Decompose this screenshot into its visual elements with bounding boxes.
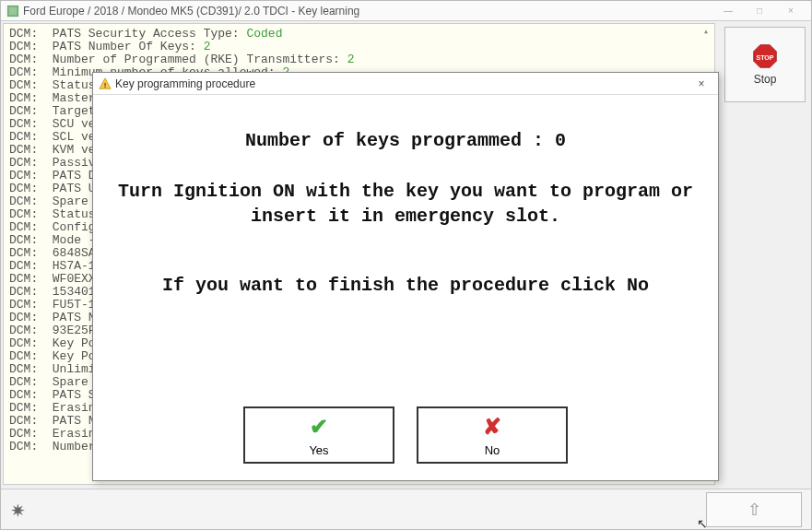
scroll-up-icon[interactable]: ▴	[700, 26, 712, 39]
dialog-button-row: ✔ Yes ✘ No	[93, 406, 718, 480]
yes-button[interactable]: ✔ Yes	[243, 406, 394, 464]
key-programming-dialog: ! Key programming procedure × Number of …	[92, 72, 719, 481]
side-panel: STOP Stop	[719, 21, 811, 487]
log-label: DCM: PATS Number Of Keys:	[9, 40, 204, 53]
log-line: DCM: PATS Number Of Keys: 2	[9, 41, 709, 53]
status-bar: ⇧	[1, 489, 811, 529]
dialog-message-keys: Number of keys programmed : 0	[112, 130, 700, 151]
svg-text:STOP: STOP	[757, 54, 774, 61]
spinner-icon	[10, 500, 30, 520]
dialog-title: Key programming procedure	[115, 77, 255, 90]
svg-text:!: !	[104, 80, 107, 88]
log-line: DCM: PATS Security Access Type: Coded	[9, 28, 709, 41]
minimize-button[interactable]: —	[713, 3, 743, 19]
arrow-up-icon: ⇧	[747, 500, 761, 520]
svg-rect-1	[9, 6, 18, 15]
x-icon: ✘	[483, 414, 501, 440]
log-label: DCM: PATS Security Access Type:	[9, 27, 246, 41]
dialog-close-button[interactable]: ×	[690, 76, 712, 92]
no-button[interactable]: ✘ No	[417, 406, 568, 464]
title-bar: Ford Europe / 2018 / Mondeo MK5 (CD391)/…	[1, 1, 811, 21]
dialog-body: Number of keys programmed : 0 Turn Ignit…	[93, 95, 718, 406]
maximize-button[interactable]: □	[745, 3, 774, 19]
no-label: No	[485, 443, 500, 457]
app-icon	[6, 5, 19, 18]
check-icon: ✔	[310, 414, 328, 440]
warning-icon: !	[99, 77, 112, 90]
log-value: 2	[204, 40, 211, 53]
stop-sign-icon: STOP	[752, 43, 778, 69]
window-title: Ford Europe / 2018 / Mondeo MK5 (CD391)/…	[23, 5, 359, 18]
stop-label: Stop	[754, 73, 777, 86]
log-line: DCM: Number of Programmed (RKE) Transmit…	[9, 53, 709, 66]
dialog-title-bar: ! Key programming procedure ×	[93, 73, 718, 95]
dialog-message-instruction: Turn Ignition ON with the key you want t…	[112, 179, 700, 229]
up-button[interactable]: ⇧	[706, 492, 802, 527]
stop-button[interactable]: STOP Stop	[724, 27, 806, 102]
close-button[interactable]: ×	[776, 3, 806, 19]
log-value: 2	[347, 53, 355, 66]
dialog-message-finish: If you want to finish the procedure clic…	[112, 275, 700, 296]
log-value: Coded	[246, 27, 282, 41]
log-label: DCM: Number of Programmed (RKE) Transmit…	[9, 53, 347, 66]
yes-label: Yes	[309, 443, 328, 457]
